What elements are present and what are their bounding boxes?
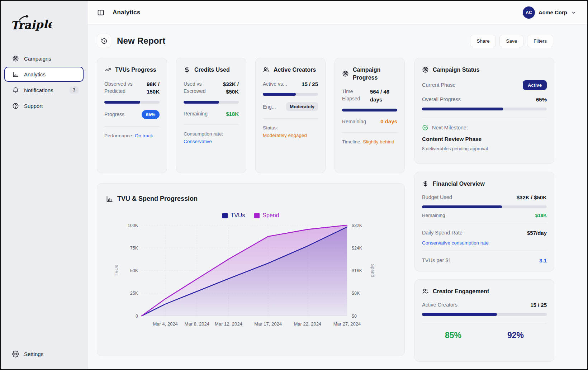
- sidebar-toggle-icon[interactable]: [97, 9, 105, 16]
- footer-value: Moderately engaged: [263, 133, 307, 138]
- sidebar-item-label: Notifications: [24, 87, 53, 93]
- remaining-label: Remaining: [184, 110, 208, 117]
- legend-swatch-spend: [254, 213, 260, 218]
- brand-name: Traiple: [10, 18, 52, 32]
- footer-label: Status:: [263, 125, 278, 131]
- org-switcher[interactable]: AC Acme Corp: [523, 6, 577, 19]
- svg-text:Mar 22, 2024: Mar 22, 2024: [294, 321, 322, 327]
- tvus-progress-card: TVUs Progress Observed vs Predicted 98K …: [97, 58, 167, 173]
- target-icon: [342, 70, 349, 77]
- svg-text:$32K: $32K: [352, 223, 362, 228]
- svg-text:75K: 75K: [130, 246, 138, 251]
- divider: [422, 251, 547, 251]
- financial-overview-card: Financial Overview Budget Used $32K / $5…: [414, 172, 554, 271]
- engagement-stat-right: 92%: [484, 331, 547, 340]
- daily-spend-row: Daily Spend Rate $57/day: [422, 230, 547, 236]
- sidebar-item-label: Analytics: [24, 71, 46, 77]
- right-column: Campaign Status Current Phase Active Ove…: [414, 58, 554, 362]
- chart-header: TVU & Spend Progression: [106, 194, 396, 203]
- report-header: New Report Share Save Filters: [97, 34, 587, 48]
- active-creators-value: 15 / 25: [530, 302, 547, 308]
- footer-value: Conservative: [184, 139, 212, 144]
- legend-label: TVUs: [231, 212, 245, 219]
- bar-chart-icon: [12, 71, 19, 78]
- chart-card: TVU & Spend Progression TVUs Spend: [97, 183, 405, 356]
- page-title: Analytics: [113, 9, 140, 16]
- metric-label: Observed vs Predicted: [104, 80, 135, 95]
- filters-button[interactable]: Filters: [527, 35, 553, 47]
- legend-item-tvus: TVUs: [222, 212, 245, 219]
- daily-spend-label: Daily Spend Rate: [422, 230, 463, 236]
- tvu-rate-label: TVUs per $1: [422, 257, 451, 263]
- sidebar-item-label: Support: [24, 103, 43, 109]
- sidebar-item-campaigns[interactable]: Campaigns: [4, 51, 84, 66]
- metric-value: 15 / 25: [302, 80, 318, 88]
- card-header: Campaign Status: [422, 66, 547, 74]
- chevron-down-icon: [571, 10, 577, 15]
- card-title: Financial Overview: [433, 180, 485, 188]
- target-icon: [12, 55, 19, 62]
- divider: [104, 126, 160, 127]
- card-footer: Consumption rate: Conservative: [184, 131, 239, 145]
- trending-up-icon: [104, 66, 111, 73]
- history-icon: [101, 38, 108, 44]
- engagement-badge: Moderately: [286, 102, 318, 111]
- metric-label: Active vs...: [263, 80, 287, 87]
- card-header: Creator Engagement: [422, 288, 547, 295]
- tvu-spend-chart: 100K75K50K25K0$32K$24K$16K$8K$0Mar 4, 20…: [106, 220, 397, 329]
- footer-label: Consumption rate:: [184, 131, 223, 137]
- budget-label: Budget Used: [422, 194, 452, 200]
- svg-text:$8K: $8K: [352, 291, 360, 296]
- report-actions: Share Save Filters: [470, 35, 553, 47]
- svg-text:TVUs: TVUs: [114, 265, 119, 276]
- milestone-title: Content Review Phase: [422, 136, 547, 142]
- card-header: Campaign Progress: [342, 66, 397, 81]
- active-creators-card: Active Creators Active vs... 15 / 25 Eng…: [255, 58, 326, 173]
- card-header: Active Creators: [263, 66, 318, 74]
- chart-legend: TVUs Spend: [106, 212, 396, 219]
- engagement-stat-left: 85%: [422, 331, 484, 340]
- budget-row: Budget Used $32K / $50K: [422, 194, 547, 200]
- history-button[interactable]: [97, 34, 111, 48]
- report-title: New Report: [117, 36, 165, 46]
- metric-value: 98K / 150K: [138, 80, 160, 96]
- divider: [422, 323, 547, 323]
- org-name: Acme Corp: [539, 9, 567, 15]
- creator-engagement-card: Creator Engagement Active Creators 15 / …: [414, 279, 554, 362]
- credits-used-card: Credits Used Used vs Escrowed $32K / $50…: [176, 58, 246, 173]
- progress-bar: [263, 93, 318, 96]
- card-footer: Status: Moderately engaged: [263, 124, 318, 139]
- save-button[interactable]: Save: [499, 35, 523, 47]
- org-avatar: AC: [523, 6, 535, 19]
- share-button[interactable]: Share: [470, 35, 496, 47]
- divider: [263, 118, 318, 119]
- metric-value: $32K / $50K: [217, 80, 239, 96]
- sidebar-item-settings[interactable]: Settings: [4, 346, 84, 361]
- svg-text:0: 0: [136, 314, 138, 319]
- users-icon: [263, 66, 270, 73]
- card-title: Credits Used: [194, 66, 230, 74]
- card-footer: Performance: On track: [104, 132, 160, 139]
- brand-logo[interactable]: Traiple: [1, 13, 87, 35]
- progress-bar: [342, 109, 397, 112]
- top-bar: Analytics AC Acme Corp: [87, 1, 587, 24]
- overall-progress-row: Overall Progress 65%: [422, 96, 547, 103]
- overall-progress-value: 65%: [536, 96, 547, 103]
- sidebar-item-notifications[interactable]: Notifications 3: [4, 82, 84, 98]
- sidebar-item-analytics[interactable]: Analytics: [4, 67, 84, 82]
- metric-label: Used vs Escrowed: [184, 80, 214, 95]
- svg-text:Mar 8, 2024: Mar 8, 2024: [185, 321, 209, 327]
- milestone-note: 8 deliverables pending approval: [422, 146, 547, 151]
- sidebar-item-support[interactable]: Support: [4, 98, 84, 113]
- svg-text:$16K: $16K: [352, 268, 362, 273]
- svg-text:$24K: $24K: [352, 246, 362, 251]
- metric-row: Observed vs Predicted 98K / 150K: [104, 80, 160, 96]
- phase-badge: Active: [523, 80, 547, 90]
- dollar-icon: [422, 180, 429, 187]
- svg-text:Mar 17, 2024: Mar 17, 2024: [254, 321, 282, 327]
- metric-label: Time Elapsed: [342, 88, 367, 103]
- sidebar-nav: Campaigns Analytics Notifications 3 Sup: [1, 51, 87, 113]
- sidebar-settings-label: Settings: [24, 351, 43, 357]
- bell-icon: [12, 86, 19, 94]
- progress-bar: [104, 101, 160, 104]
